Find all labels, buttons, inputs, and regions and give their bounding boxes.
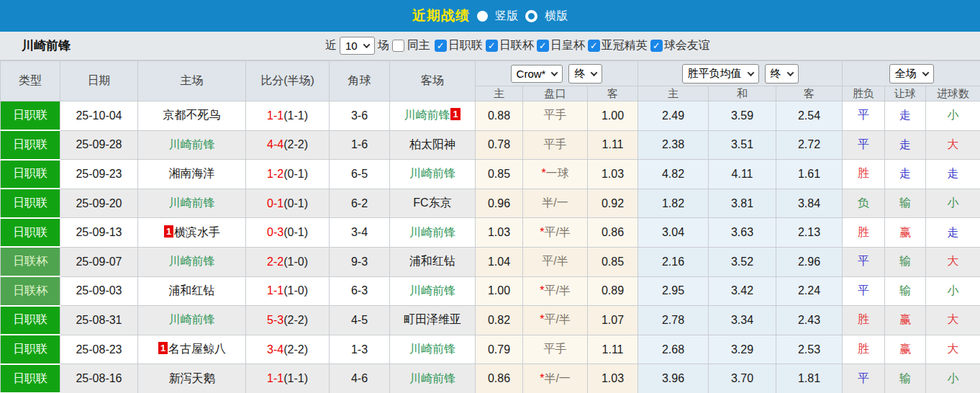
corner-cell: 3-6: [330, 101, 390, 131]
home-team: 川崎前锋: [138, 189, 246, 218]
team-name[interactable]: 名古屋鲸八: [168, 343, 226, 355]
score-half: (1-1): [283, 109, 308, 122]
subcol-avg-home: 主: [638, 86, 709, 101]
period-select[interactable]: 全场: [889, 64, 934, 83]
avg-time-select[interactable]: 终: [765, 64, 799, 83]
odds-away: 1.11: [588, 335, 638, 364]
result-handicap: 走: [885, 130, 926, 160]
vertical-layout-label: 竖版: [495, 9, 518, 24]
recent-label: 近: [325, 38, 337, 53]
team-name[interactable]: 川崎前锋: [409, 284, 455, 297]
team-name[interactable]: 川崎前锋: [169, 138, 215, 150]
league-checkbox[interactable]: [537, 40, 549, 52]
team-name[interactable]: 川崎前锋: [409, 167, 455, 179]
league-cell: 日联杯: [1, 276, 60, 306]
col-header-score: 比分(半场): [246, 61, 330, 101]
home-team: 新泻天鹅: [138, 364, 246, 393]
team-name[interactable]: 川崎前锋: [409, 372, 455, 384]
home-team: 川崎前锋: [138, 130, 246, 160]
col-header-home: 主场: [138, 61, 246, 101]
bookmaker-select[interactable]: Crow*: [511, 65, 563, 83]
team-name[interactable]: 町田泽维亚: [404, 313, 461, 325]
league-cell: 日职联: [1, 160, 60, 189]
team-name[interactable]: 川崎前锋: [169, 255, 215, 267]
table-row: 日职联 25-08-16 新泻天鹅 1-1(1-1) 4-6 川崎前锋 0.86…: [1, 364, 980, 393]
league-checkbox[interactable]: [435, 40, 447, 52]
away-team: 浦和红钻: [390, 247, 476, 276]
avg-home: 2.68: [638, 335, 709, 364]
corner-cell: 4-6: [330, 364, 390, 393]
chevron-down-icon: [363, 41, 370, 48]
result-goals: 小: [926, 189, 980, 218]
away-team: 川崎前锋: [390, 276, 476, 306]
home-team: 湘南海洋: [138, 160, 246, 189]
team-name[interactable]: 湘南海洋: [169, 167, 215, 179]
avg-type-select[interactable]: 胜平负均值: [682, 64, 759, 83]
col-header-type: 类型: [1, 61, 60, 101]
col-header-corner: 角球: [330, 61, 390, 101]
team-name[interactable]: 横滨水手: [174, 226, 220, 238]
league-checkbox-label: 日联杯: [499, 38, 534, 53]
team-name[interactable]: 川崎前锋: [169, 313, 215, 325]
result-handicap: 走: [885, 101, 926, 131]
recent-count-select[interactable]: 10: [340, 37, 375, 55]
odds-time-select[interactable]: 终: [568, 64, 602, 83]
result-outcome: 平: [843, 276, 885, 306]
avg-home: 2.49: [638, 101, 709, 131]
date-cell: 25-09-20: [60, 189, 138, 218]
league-checkbox[interactable]: [486, 40, 498, 52]
team-name[interactable]: 京都不死鸟: [163, 109, 221, 121]
date-cell: 25-10-04: [60, 101, 138, 131]
avg-away: 2.24: [776, 276, 843, 306]
result-outcome: 平: [843, 101, 885, 131]
league-checkbox[interactable]: [650, 40, 663, 52]
score-half: (0-1): [283, 197, 308, 209]
result-goals: 小: [926, 276, 980, 306]
team-name[interactable]: FC东京: [413, 196, 451, 209]
subcol-result: 胜负: [843, 86, 885, 101]
score-half: (2-2): [283, 343, 308, 356]
date-cell: 25-08-16: [60, 364, 138, 393]
team-name[interactable]: 浦和红钻: [409, 255, 455, 267]
score-half: (2-2): [283, 314, 308, 326]
avg-home: 2.95: [638, 276, 709, 306]
team-name[interactable]: 川崎前锋: [169, 196, 215, 209]
team-name[interactable]: 浦和红钻: [169, 284, 215, 297]
odds-home: 0.78: [476, 130, 523, 160]
result-group-header: 全场: [843, 61, 980, 86]
col-header-date: 日期: [60, 61, 138, 101]
handicap-cell: *平/半: [523, 276, 588, 306]
odds-away: 0.85: [588, 247, 638, 276]
avg-group-header: 胜平负均值 终: [638, 61, 843, 86]
handicap-text: 平手: [544, 343, 567, 355]
result-handicap: 走: [885, 160, 926, 189]
score-half: (1-0): [283, 284, 308, 297]
corner-cell: 6-2: [330, 189, 390, 218]
subcol-odds-away: 客: [588, 86, 638, 101]
odds-home: 0.85: [476, 160, 523, 189]
result-goals: 大: [926, 335, 980, 364]
avg-home: 1.82: [638, 189, 709, 218]
corner-cell: 4-5: [330, 306, 390, 335]
subcol-avg-away: 客: [776, 86, 843, 101]
vertical-layout-radio[interactable]: [477, 11, 488, 22]
score-half: (0-1): [283, 168, 308, 180]
corner-cell: 6-3: [330, 276, 390, 306]
avg-draw: 3.70: [709, 364, 776, 393]
team-name[interactable]: 川崎前锋: [409, 226, 455, 238]
horizontal-layout-radio[interactable]: [525, 10, 537, 22]
handicap-cell: 半/一: [523, 189, 588, 218]
team-name[interactable]: 川崎前锋: [409, 343, 455, 355]
home-team: 京都不死鸟: [138, 101, 246, 131]
avg-draw: 3.59: [709, 101, 776, 131]
score-half: (2-2): [283, 138, 308, 150]
league-checkbox[interactable]: [588, 40, 600, 52]
same-home-checkbox[interactable]: [392, 40, 404, 52]
result-outcome: 平: [843, 247, 885, 276]
filters-group: 近 10 场 同主 日职联日联杯日皇杯亚冠精英球会友谊: [325, 32, 712, 60]
team-name[interactable]: 川崎前锋: [404, 109, 450, 121]
result-outcome: 胜: [843, 160, 885, 189]
team-name[interactable]: 新泻天鹅: [169, 372, 215, 384]
team-name[interactable]: 柏太阳神: [409, 138, 455, 150]
handicap-cell: *平/半: [523, 306, 588, 335]
